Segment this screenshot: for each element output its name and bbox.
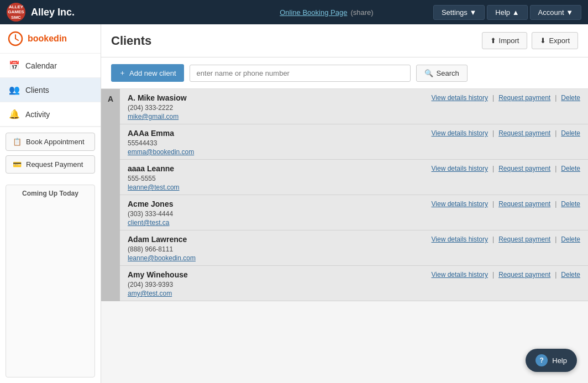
client-entries: A. Mike Iwasiow View details history | R… [120, 89, 588, 301]
request-payment-link[interactable]: Request payment [498, 235, 550, 243]
request-payment-button[interactable]: 💳 Request Payment [6, 155, 95, 174]
client-name: Amy Winehouse [128, 270, 188, 279]
client-actions: View details history | Request payment |… [432, 235, 581, 243]
client-actions: View details history | Request payment |… [432, 129, 581, 137]
request-payment-link[interactable]: Request payment [498, 129, 550, 137]
calendar-icon: 📅 [9, 60, 20, 71]
request-payment-link[interactable]: Request payment [498, 94, 550, 102]
client-name: Acme Jones [128, 200, 173, 208]
import-button[interactable]: ⬆ Import [482, 32, 528, 49]
client-email[interactable]: mike@gmail.com [128, 113, 580, 120]
help-float-label: Help [552, 356, 567, 365]
settings-button[interactable]: Settings ▼ [433, 5, 485, 20]
add-client-label: Add new client [129, 69, 176, 77]
export-label: Export [549, 36, 570, 45]
client-email[interactable]: leanne@test.com [128, 183, 580, 191]
view-details-link[interactable]: View details history [432, 235, 489, 243]
app-name: Alley Inc. [31, 7, 75, 18]
client-row-header: AAAa Emma View details history | Request… [128, 129, 580, 138]
export-button[interactable]: ⬇ Export [532, 32, 578, 49]
delete-client-link[interactable]: Delete [561, 94, 580, 102]
app-logo-icon: ALLEY GAMES SMC [7, 3, 25, 22]
separator: | [492, 94, 494, 102]
separator: | [492, 235, 494, 243]
nav-buttons: Settings ▼ Help ▲ Account ▼ [433, 5, 581, 20]
table-row: A. Mike Iwasiow View details history | R… [120, 89, 588, 124]
client-email[interactable]: client@test.ca [128, 219, 580, 227]
sidebar-item-clients[interactable]: 👥 Clients [0, 78, 101, 102]
bookedin-clock-icon [8, 31, 23, 46]
client-email[interactable]: amy@test.com [128, 290, 580, 297]
client-name: A. Mike Iwasiow [128, 93, 187, 102]
request-payment-link[interactable]: Request payment [498, 271, 550, 279]
separator: | [492, 271, 494, 279]
client-phone: 55544433 [128, 139, 580, 147]
client-row-header: Acme Jones View details history | Reques… [128, 200, 580, 208]
client-email[interactable]: leanne@bookedin.com [128, 254, 580, 262]
clients-icon: 👥 [9, 85, 20, 95]
view-details-link[interactable]: View details history [432, 271, 489, 279]
client-name: Adam Lawrence [128, 235, 187, 244]
add-client-icon: ＋ [119, 68, 126, 78]
top-nav: ALLEY GAMES SMC Alley Inc. Online Bookin… [0, 0, 588, 24]
sidebar-nav: 📅 Calendar 👥 Clients 🔔 Activity [0, 54, 101, 127]
sidebar-brand: bookedin [0, 24, 101, 54]
search-button[interactable]: 🔍 Search [416, 65, 468, 82]
sidebar-item-activity[interactable]: 🔔 Activity [0, 102, 101, 127]
delete-client-link[interactable]: Delete [561, 235, 580, 243]
client-name: AAAa Emma [128, 129, 174, 138]
import-icon: ⬆ [490, 36, 496, 45]
client-row-header: Amy Winehouse View details history | Req… [128, 270, 580, 279]
content-header: Clients ⬆ Import ⬇ Export [101, 24, 588, 57]
search-bar: ＋ Add new client 🔍 Search [101, 57, 588, 89]
request-payment-link[interactable]: Request payment [498, 165, 550, 172]
table-row: aaaa Leanne View details history | Reque… [120, 160, 588, 195]
table-row: Adam Lawrence View details history | Req… [120, 230, 588, 266]
search-input[interactable] [190, 65, 411, 82]
sidebar-action-btns: 📋 Book Appointment 💳 Request Payment [0, 127, 101, 179]
help-button[interactable]: Help ▲ [487, 5, 527, 20]
view-details-link[interactable]: View details history [432, 94, 489, 102]
account-button[interactable]: Account ▼ [530, 5, 581, 20]
request-payment-link[interactable]: Request payment [498, 200, 550, 208]
client-actions: View details history | Request payment |… [432, 94, 581, 102]
delete-client-link[interactable]: Delete [561, 271, 580, 279]
coming-up-today: Coming Up Today [6, 185, 95, 377]
sidebar-item-label-calendar: Calendar [25, 61, 57, 70]
client-name: aaaa Leanne [128, 164, 174, 173]
nav-center: Online Booking Page (share) [220, 8, 433, 17]
online-booking-link[interactable]: Online Booking Page [280, 8, 347, 17]
help-float-button[interactable]: ? Help [526, 349, 577, 372]
delete-client-link[interactable]: Delete [561, 129, 580, 137]
client-row-header: A. Mike Iwasiow View details history | R… [128, 93, 580, 102]
add-client-button[interactable]: ＋ Add new client [111, 64, 184, 82]
content-area: Clients ⬆ Import ⬇ Export ＋ Add new clie… [101, 24, 588, 383]
section-letter: A [101, 89, 120, 301]
client-email[interactable]: emma@bookedin.com [128, 148, 580, 156]
client-section: A A. Mike Iwasiow View details history |… [101, 89, 588, 301]
client-actions: View details history | Request payment |… [432, 165, 581, 172]
table-row: AAAa Emma View details history | Request… [120, 124, 588, 160]
separator: | [492, 200, 494, 208]
separator: | [555, 235, 556, 243]
delete-client-link[interactable]: Delete [561, 200, 580, 208]
request-payment-label: Request Payment [26, 160, 83, 169]
import-label: Import [499, 36, 519, 45]
client-phone: (204) 333-2222 [128, 104, 580, 112]
view-details-link[interactable]: View details history [432, 129, 489, 137]
view-details-link[interactable]: View details history [432, 165, 489, 172]
separator: | [555, 200, 556, 208]
client-list: A A. Mike Iwasiow View details history |… [101, 89, 588, 383]
share-text: (share) [350, 8, 373, 17]
book-appointment-label: Book Appointment [26, 138, 85, 146]
header-actions: ⬆ Import ⬇ Export [482, 32, 578, 49]
sidebar-item-calendar[interactable]: 📅 Calendar [0, 54, 101, 78]
export-icon: ⬇ [540, 36, 546, 45]
view-details-link[interactable]: View details history [432, 200, 489, 208]
delete-client-link[interactable]: Delete [561, 165, 580, 172]
client-phone: (888) 966-8111 [128, 245, 580, 253]
client-actions: View details history | Request payment |… [432, 271, 581, 279]
book-appointment-button[interactable]: 📋 Book Appointment [6, 133, 95, 151]
separator: | [492, 165, 494, 172]
separator: | [555, 94, 556, 102]
